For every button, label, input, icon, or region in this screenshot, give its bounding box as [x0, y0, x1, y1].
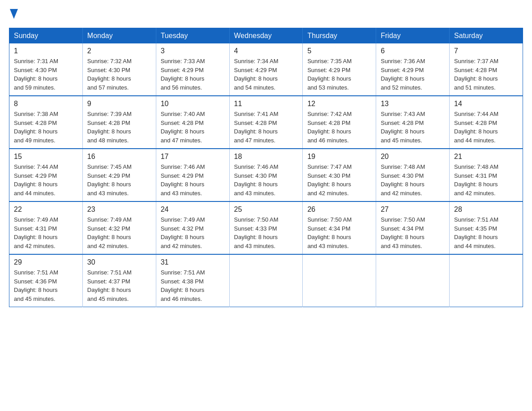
- calendar-cell: 30 Sunrise: 7:51 AM Sunset: 4:37 PM Dayl…: [82, 254, 156, 307]
- day-info: Sunrise: 7:50 AM Sunset: 4:33 PM Dayligh…: [234, 215, 298, 250]
- calendar-cell: 20 Sunrise: 7:48 AM Sunset: 4:30 PM Dayl…: [376, 149, 450, 201]
- day-number: 27: [381, 206, 445, 214]
- day-info: Sunrise: 7:49 AM Sunset: 4:32 PM Dayligh…: [87, 215, 151, 250]
- calendar-cell: 31 Sunrise: 7:51 AM Sunset: 4:38 PM Dayl…: [156, 254, 229, 307]
- calendar-cell: 3 Sunrise: 7:33 AM Sunset: 4:29 PM Dayli…: [156, 43, 229, 96]
- calendar-cell: 6 Sunrise: 7:36 AM Sunset: 4:29 PM Dayli…: [376, 43, 450, 96]
- day-number: 26: [307, 206, 371, 214]
- logo: [9, 9, 18, 19]
- day-number: 11: [234, 100, 298, 108]
- day-number: 24: [161, 206, 225, 214]
- day-number: 1: [14, 47, 78, 55]
- day-info: Sunrise: 7:49 AM Sunset: 4:31 PM Dayligh…: [14, 215, 78, 250]
- day-info: Sunrise: 7:39 AM Sunset: 4:28 PM Dayligh…: [87, 110, 151, 145]
- calendar-cell: 21 Sunrise: 7:48 AM Sunset: 4:31 PM Dayl…: [450, 149, 523, 201]
- calendar-body: 1 Sunrise: 7:31 AM Sunset: 4:30 PM Dayli…: [9, 43, 523, 307]
- calendar-cell: 15 Sunrise: 7:44 AM Sunset: 4:29 PM Dayl…: [9, 149, 83, 201]
- day-info: Sunrise: 7:44 AM Sunset: 4:29 PM Dayligh…: [14, 163, 78, 197]
- day-info: Sunrise: 7:51 AM Sunset: 4:38 PM Dayligh…: [161, 268, 225, 303]
- calendar-cell: 16 Sunrise: 7:45 AM Sunset: 4:29 PM Dayl…: [82, 149, 156, 201]
- day-number: 19: [307, 153, 371, 161]
- day-number: 4: [234, 47, 298, 55]
- day-number: 29: [14, 258, 78, 266]
- calendar-cell: 24 Sunrise: 7:49 AM Sunset: 4:32 PM Dayl…: [156, 201, 229, 254]
- svg-marker-0: [10, 9, 18, 19]
- day-info: Sunrise: 7:35 AM Sunset: 4:29 PM Dayligh…: [307, 57, 371, 92]
- day-info: Sunrise: 7:31 AM Sunset: 4:30 PM Dayligh…: [14, 57, 78, 92]
- calendar-cell: [376, 254, 450, 307]
- day-number: 8: [14, 100, 78, 108]
- calendar-cell: 29 Sunrise: 7:51 AM Sunset: 4:36 PM Dayl…: [9, 254, 83, 307]
- day-number: 20: [381, 153, 445, 161]
- day-info: Sunrise: 7:46 AM Sunset: 4:30 PM Dayligh…: [234, 163, 298, 197]
- day-number: 5: [307, 47, 371, 55]
- day-number: 2: [87, 47, 151, 55]
- calendar-cell: 13 Sunrise: 7:43 AM Sunset: 4:28 PM Dayl…: [376, 96, 450, 149]
- day-number: 3: [161, 47, 225, 55]
- weekday-tuesday: Tuesday: [156, 28, 229, 44]
- day-info: Sunrise: 7:51 AM Sunset: 4:35 PM Dayligh…: [454, 215, 518, 250]
- day-info: Sunrise: 7:48 AM Sunset: 4:30 PM Dayligh…: [381, 163, 445, 197]
- calendar-cell: [450, 254, 523, 307]
- day-number: 18: [234, 153, 298, 161]
- calendar-cell: 8 Sunrise: 7:38 AM Sunset: 4:28 PM Dayli…: [9, 96, 83, 149]
- day-info: Sunrise: 7:51 AM Sunset: 4:36 PM Dayligh…: [14, 268, 78, 303]
- day-info: Sunrise: 7:50 AM Sunset: 4:34 PM Dayligh…: [381, 215, 445, 250]
- calendar-cell: 17 Sunrise: 7:46 AM Sunset: 4:29 PM Dayl…: [156, 149, 229, 201]
- day-number: 12: [307, 100, 371, 108]
- day-info: Sunrise: 7:44 AM Sunset: 4:28 PM Dayligh…: [454, 110, 518, 145]
- day-info: Sunrise: 7:37 AM Sunset: 4:28 PM Dayligh…: [454, 57, 518, 92]
- day-info: Sunrise: 7:48 AM Sunset: 4:31 PM Dayligh…: [454, 163, 518, 197]
- calendar-cell: 28 Sunrise: 7:51 AM Sunset: 4:35 PM Dayl…: [450, 201, 523, 254]
- calendar-cell: 18 Sunrise: 7:46 AM Sunset: 4:30 PM Dayl…: [229, 149, 303, 201]
- weekday-monday: Monday: [82, 28, 156, 44]
- day-info: Sunrise: 7:42 AM Sunset: 4:28 PM Dayligh…: [307, 110, 371, 145]
- day-number: 28: [454, 206, 518, 214]
- calendar-cell: 12 Sunrise: 7:42 AM Sunset: 4:28 PM Dayl…: [303, 96, 376, 149]
- calendar-cell: [229, 254, 303, 307]
- calendar-cell: 23 Sunrise: 7:49 AM Sunset: 4:32 PM Dayl…: [82, 201, 156, 254]
- day-info: Sunrise: 7:34 AM Sunset: 4:29 PM Dayligh…: [234, 57, 298, 92]
- day-info: Sunrise: 7:33 AM Sunset: 4:29 PM Dayligh…: [161, 57, 225, 92]
- calendar-week-5: 29 Sunrise: 7:51 AM Sunset: 4:36 PM Dayl…: [9, 254, 523, 307]
- calendar-week-2: 8 Sunrise: 7:38 AM Sunset: 4:28 PM Dayli…: [9, 96, 523, 149]
- calendar-cell: 2 Sunrise: 7:32 AM Sunset: 4:30 PM Dayli…: [82, 43, 156, 96]
- calendar-cell: 5 Sunrise: 7:35 AM Sunset: 4:29 PM Dayli…: [303, 43, 376, 96]
- day-info: Sunrise: 7:43 AM Sunset: 4:28 PM Dayligh…: [381, 110, 445, 145]
- weekday-thursday: Thursday: [303, 28, 376, 44]
- calendar-header: SundayMondayTuesdayWednesdayThursdayFrid…: [9, 28, 523, 44]
- day-info: Sunrise: 7:40 AM Sunset: 4:28 PM Dayligh…: [161, 110, 225, 145]
- day-number: 10: [161, 100, 225, 108]
- day-info: Sunrise: 7:36 AM Sunset: 4:29 PM Dayligh…: [381, 57, 445, 92]
- weekday-friday: Friday: [376, 28, 450, 44]
- day-number: 30: [87, 258, 151, 266]
- day-number: 9: [87, 100, 151, 108]
- day-info: Sunrise: 7:32 AM Sunset: 4:30 PM Dayligh…: [87, 57, 151, 92]
- day-number: 7: [454, 47, 518, 55]
- day-number: 22: [14, 206, 78, 214]
- calendar-cell: 9 Sunrise: 7:39 AM Sunset: 4:28 PM Dayli…: [82, 96, 156, 149]
- calendar-week-3: 15 Sunrise: 7:44 AM Sunset: 4:29 PM Dayl…: [9, 149, 523, 201]
- calendar-cell: [303, 254, 376, 307]
- calendar-cell: 22 Sunrise: 7:49 AM Sunset: 4:31 PM Dayl…: [9, 201, 83, 254]
- page-header: [9, 9, 523, 19]
- day-number: 6: [381, 47, 445, 55]
- day-info: Sunrise: 7:38 AM Sunset: 4:28 PM Dayligh…: [14, 110, 78, 145]
- calendar-cell: 11 Sunrise: 7:41 AM Sunset: 4:28 PM Dayl…: [229, 96, 303, 149]
- calendar-cell: 25 Sunrise: 7:50 AM Sunset: 4:33 PM Dayl…: [229, 201, 303, 254]
- calendar-cell: 1 Sunrise: 7:31 AM Sunset: 4:30 PM Dayli…: [9, 43, 83, 96]
- day-number: 21: [454, 153, 518, 161]
- calendar-cell: 7 Sunrise: 7:37 AM Sunset: 4:28 PM Dayli…: [450, 43, 523, 96]
- day-number: 31: [161, 258, 225, 266]
- day-number: 14: [454, 100, 518, 108]
- logo-arrow-icon: [10, 9, 18, 19]
- day-number: 16: [87, 153, 151, 161]
- weekday-header-row: SundayMondayTuesdayWednesdayThursdayFrid…: [9, 28, 523, 44]
- calendar-cell: 19 Sunrise: 7:47 AM Sunset: 4:30 PM Dayl…: [303, 149, 376, 201]
- weekday-sunday: Sunday: [9, 28, 83, 44]
- calendar-week-4: 22 Sunrise: 7:49 AM Sunset: 4:31 PM Dayl…: [9, 201, 523, 254]
- calendar-week-1: 1 Sunrise: 7:31 AM Sunset: 4:30 PM Dayli…: [9, 43, 523, 96]
- calendar-cell: 4 Sunrise: 7:34 AM Sunset: 4:29 PM Dayli…: [229, 43, 303, 96]
- calendar-cell: 14 Sunrise: 7:44 AM Sunset: 4:28 PM Dayl…: [450, 96, 523, 149]
- day-number: 25: [234, 206, 298, 214]
